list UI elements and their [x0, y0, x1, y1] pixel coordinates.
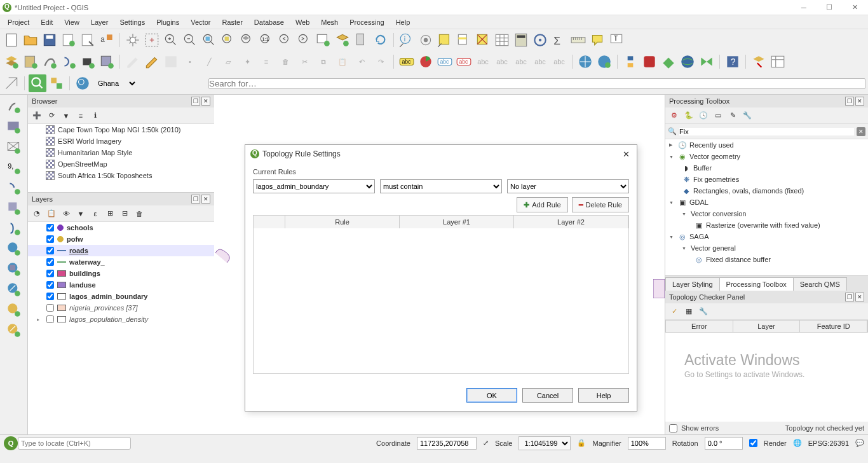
new-spatialite-icon[interactable]	[60, 53, 78, 71]
label-tool-3-icon[interactable]: abc	[512, 53, 530, 71]
menu-mesh[interactable]: Mesh	[316, 17, 343, 28]
nominatim-search-input[interactable]	[208, 78, 865, 89]
zoom-selection-icon[interactable]	[219, 31, 237, 49]
field-calc-icon[interactable]	[512, 31, 530, 49]
browser-close-icon[interactable]: ✕	[201, 97, 210, 106]
crs-icon[interactable]: 🌐	[793, 439, 802, 447]
label-tool-4-icon[interactable]: abc	[531, 53, 549, 71]
wfs-layer-icon[interactable]	[4, 280, 24, 298]
new-shapefile-icon[interactable]	[41, 53, 58, 71]
help-icon[interactable]: ?	[724, 53, 742, 71]
modify-attrs-icon[interactable]: ≡	[257, 53, 275, 71]
layer-row[interactable]: landuse	[28, 279, 214, 291]
toolbox-close-icon[interactable]: ✕	[855, 97, 864, 106]
add-group-icon[interactable]: 📋	[45, 207, 58, 220]
menu-edit[interactable]: Edit	[36, 17, 58, 28]
python-icon[interactable]	[621, 53, 639, 71]
toggle-editing-icon[interactable]	[143, 53, 161, 71]
menu-plugins[interactable]: Plugins	[151, 17, 184, 28]
qms-add-icon[interactable]	[48, 74, 65, 92]
layer-row[interactable]: ▸lagos_population_density	[28, 314, 214, 325]
plugin-red-icon[interactable]	[641, 53, 658, 71]
gear-icon[interactable]: ⚙	[668, 109, 681, 122]
scale-select[interactable]: 1:1045199	[519, 436, 571, 450]
layer-visibility-checkbox[interactable]	[46, 281, 54, 289]
layer-visibility-checkbox[interactable]	[46, 258, 54, 266]
deselect-icon[interactable]	[474, 31, 492, 49]
vector-layer-icon[interactable]	[4, 97, 24, 115]
menu-settings[interactable]: Settings	[114, 17, 150, 28]
cancel-button[interactable]: Cancel	[522, 388, 573, 403]
qms-search-icon[interactable]	[29, 74, 46, 92]
layers-tree[interactable]: schoolspofwroadswaterway_buildingslandus…	[28, 222, 214, 434]
wms-layer-icon[interactable]	[4, 240, 24, 258]
label-tool-1-icon[interactable]: abc	[474, 53, 492, 71]
browser-tree[interactable]: Cape Town Topo Map NGI 1:50k (2010) ESRI…	[28, 124, 214, 193]
collapse-icon[interactable]: ⊟	[118, 207, 131, 220]
browser-undock-icon[interactable]: ❐	[191, 97, 200, 106]
maptips-icon[interactable]	[588, 31, 606, 49]
topology-undock-icon[interactable]: ❐	[845, 293, 854, 301]
new-print-layout-icon[interactable]	[60, 31, 78, 49]
toolbox-tree[interactable]: ▶🕓Recently used ▼◉Vector geometry ◗Buffe…	[665, 139, 868, 275]
layer-visibility-checkbox[interactable]	[46, 235, 54, 243]
layer-row[interactable]: pofw	[28, 233, 214, 245]
open-project-icon[interactable]	[22, 31, 39, 49]
show-errors-checkbox[interactable]	[669, 424, 677, 432]
vertex-tool-icon[interactable]: ✦	[238, 53, 256, 71]
zoom-next-icon[interactable]	[295, 31, 313, 49]
validate-all-icon[interactable]: ✓	[668, 305, 681, 318]
menu-project[interactable]: Project	[3, 17, 34, 28]
lock-icon[interactable]: 🔒	[577, 439, 586, 447]
menu-database[interactable]: Database	[249, 17, 289, 28]
delete-rule-button[interactable]: ━Delete Rule	[572, 197, 629, 212]
layer-row[interactable]: roads	[28, 245, 214, 256]
identify-icon[interactable]: i	[398, 31, 416, 49]
cad-icon[interactable]	[3, 74, 20, 92]
select-by-value-icon[interactable]	[455, 31, 473, 49]
clear-search-icon[interactable]: ✕	[857, 127, 865, 136]
topology-rules-icon[interactable]	[769, 53, 787, 71]
layer-visibility-checkbox[interactable]	[46, 247, 54, 254]
validate-extent-icon[interactable]: ▦	[682, 305, 695, 318]
pan-to-selection-icon[interactable]	[143, 31, 161, 49]
layout-manager-icon[interactable]	[79, 31, 97, 49]
expand-icon[interactable]: ⊞	[104, 207, 116, 220]
rule-layer1-select[interactable]: lagos_admin_boundary	[253, 179, 375, 193]
messages-icon[interactable]: 💬	[855, 439, 864, 447]
refresh-icon[interactable]	[372, 31, 390, 49]
layer-row[interactable]: nigeria_provinces [37]	[28, 302, 214, 314]
locator[interactable]: Q	[4, 436, 131, 450]
quickosm2-icon[interactable]	[595, 53, 613, 71]
filter-layers-icon[interactable]: ▼	[74, 207, 87, 220]
results-icon[interactable]: ▭	[712, 109, 724, 122]
toolbox-undock-icon[interactable]: ❐	[845, 97, 854, 106]
menu-help[interactable]: Help	[391, 17, 416, 28]
layer-visibility-checkbox[interactable]	[46, 304, 54, 312]
cut-icon[interactable]: ✂	[295, 53, 313, 71]
nominatim-icon[interactable]	[74, 74, 92, 92]
wcs-layer-icon[interactable]	[4, 260, 24, 278]
rule-layer2-select[interactable]: No layer	[507, 179, 629, 193]
zoom-layer-icon[interactable]	[238, 31, 256, 49]
stats-icon[interactable]: Σ	[550, 31, 568, 49]
plugin-green-icon[interactable]	[660, 53, 677, 71]
zoom-out-icon[interactable]	[181, 31, 199, 49]
label-pin-icon[interactable]: abc	[455, 53, 473, 71]
data-source-icon[interactable]	[3, 53, 20, 71]
zoom-full-icon[interactable]	[200, 31, 218, 49]
tab-processing-toolbox[interactable]: Processing Toolbox	[719, 277, 794, 291]
add-line-icon[interactable]: ╱	[200, 53, 218, 71]
topology-close-icon[interactable]: ✕	[855, 293, 864, 301]
new-bookmark-icon[interactable]	[353, 31, 370, 49]
add-rule-button[interactable]: ✚Add Rule	[517, 197, 567, 212]
rotation-input[interactable]	[705, 437, 743, 450]
visibility-icon[interactable]: 👁	[60, 207, 72, 220]
expression-icon[interactable]: ε	[89, 207, 102, 220]
layer-visibility-checkbox[interactable]	[46, 315, 54, 323]
layers-undock-icon[interactable]: ❐	[191, 195, 200, 204]
topology-checker-icon[interactable]	[750, 53, 768, 71]
label-tool-5-icon[interactable]: abc	[550, 53, 568, 71]
minimize-button[interactable]: ─	[798, 2, 810, 13]
style-manager-icon[interactable]: a	[98, 31, 116, 49]
